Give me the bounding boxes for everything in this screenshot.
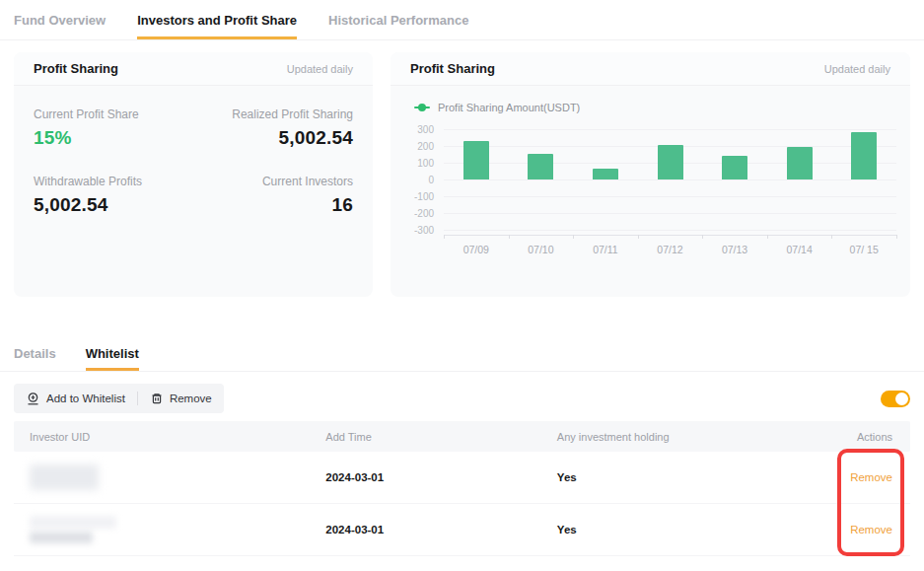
toolbar-divider	[137, 392, 138, 405]
remove-button-label: Remove	[170, 393, 212, 404]
bar-07-14	[787, 147, 813, 179]
investor-uid-cell	[14, 516, 325, 543]
x-axis-tick-label: 07/11	[593, 244, 618, 255]
bar-07-09	[463, 141, 489, 179]
stats-card-header: Profit Sharing Updated daily	[14, 52, 373, 86]
y-axis-tick-label: 100	[417, 158, 434, 169]
remove-button[interactable]: Remove	[150, 392, 212, 405]
x-axis-tick-label: 07/14	[787, 244, 813, 255]
x-axis-line	[444, 235, 896, 236]
stat-label: Current Investors	[193, 175, 353, 188]
stat-value: 16	[193, 194, 353, 216]
tab-investors-profit-share[interactable]: Investors and Profit Share	[137, 0, 297, 39]
x-axis-tick	[702, 235, 703, 239]
bar-chart: 3002001000-100-200-300 07/0907/1007/1107…	[404, 129, 900, 267]
stat-label: Current Profit Share	[34, 107, 193, 121]
whitelist-table: Investor UID Add Time Any investment hol…	[14, 421, 910, 556]
add-time-cell: 2024-03-01	[325, 524, 557, 535]
y-axis-tick-label: 0	[428, 175, 434, 185]
holding-cell: Yes	[557, 471, 803, 483]
investor-uid-cell	[14, 464, 325, 490]
y-axis-tick-label: 300	[417, 124, 434, 135]
chart-card-header: Profit Sharing Updated daily	[391, 52, 910, 86]
header-add-time: Add Time	[325, 431, 557, 443]
stats-card-updated-label: Updated daily	[287, 63, 353, 75]
stat-current-investors: Current Investors 16	[193, 175, 353, 216]
whitelist-toggle[interactable]	[881, 391, 910, 407]
row-remove-link[interactable]: Remove	[850, 471, 892, 483]
legend-series-marker-icon	[414, 104, 430, 111]
x-axis-tick	[509, 235, 510, 239]
add-to-whitelist-label: Add to Whitelist	[46, 393, 125, 404]
x-axis-tick	[444, 235, 445, 239]
stat-realized-profit-sharing: Realized Profit Sharing 5,002.54	[193, 107, 353, 149]
gridline	[444, 230, 896, 231]
whitelist-toolbar: Add to Whitelist Remove	[14, 384, 910, 413]
table-header-row: Investor UID Add Time Any investment hol…	[14, 421, 910, 452]
table-row: 2024-03-01 Yes Remove	[14, 452, 910, 504]
masked-investor-uid	[30, 532, 93, 543]
bottom-tab-bar: Details Whitelist	[0, 336, 924, 372]
y-axis-tick-label: 200	[417, 141, 434, 152]
gridline	[444, 213, 896, 214]
profit-sharing-stats-card: Profit Sharing Updated daily Current Pro…	[14, 52, 373, 297]
add-to-whitelist-button[interactable]: Add to Whitelist	[26, 392, 125, 406]
row-remove-link[interactable]: Remove	[850, 524, 892, 535]
x-axis-tick-label: 07/ 15	[850, 244, 879, 255]
bar-07--15	[851, 132, 877, 179]
stat-withdrawable-profits: Withdrawable Profits 5,002.54	[34, 175, 193, 216]
bar-07-11	[593, 169, 618, 179]
y-axis-tick-label: -100	[414, 191, 434, 202]
stat-label: Withdrawable Profits	[34, 175, 193, 188]
bar-07-13	[722, 156, 747, 179]
trash-icon	[150, 392, 164, 405]
stats-card-title: Profit Sharing	[34, 61, 118, 76]
stat-label: Realized Profit Sharing	[193, 107, 353, 121]
x-axis-tick-label: 07/09	[463, 244, 489, 255]
stat-value: 5,002.54	[34, 194, 193, 216]
table-row: 2024-03-01 Yes Remove	[14, 504, 910, 556]
chart-ylabels: 3002001000-100-200-300	[404, 129, 434, 236]
tab-details[interactable]: Details	[14, 336, 56, 371]
top-tab-bar: Fund Overview Investors and Profit Share…	[0, 0, 924, 40]
x-axis-tick	[831, 235, 832, 239]
profit-sharing-chart-card: Profit Sharing Updated daily Profit Shar…	[391, 52, 910, 297]
masked-investor-uid	[30, 516, 116, 529]
toggle-knob	[895, 393, 908, 405]
x-axis-tick	[896, 235, 897, 239]
gridline	[444, 196, 896, 197]
legend-label: Profit Sharing Amount(USDT)	[438, 102, 580, 113]
y-axis-tick-label: -200	[414, 208, 434, 219]
toolbar-button-group: Add to Whitelist Remove	[14, 384, 224, 413]
stat-value: 15%	[34, 127, 193, 149]
x-axis-tick-label: 07/12	[657, 244, 682, 255]
x-axis-tick-label: 07/13	[722, 244, 747, 255]
x-axis-tick-label: 07/10	[528, 244, 553, 255]
header-any-investment-holding: Any investment holding	[557, 431, 803, 443]
add-to-whitelist-icon	[26, 392, 40, 406]
gridline	[444, 179, 896, 180]
chart-legend-item[interactable]: Profit Sharing Amount(USDT)	[414, 102, 910, 113]
chart-card-updated-label: Updated daily	[824, 63, 890, 75]
add-time-cell: 2024-03-01	[325, 471, 557, 483]
stat-current-profit-share: Current Profit Share 15%	[34, 107, 193, 149]
x-axis-tick	[573, 235, 574, 239]
tab-whitelist[interactable]: Whitelist	[86, 336, 139, 371]
bar-07-10	[528, 154, 553, 179]
bar-07-12	[658, 145, 683, 179]
x-axis-tick	[767, 235, 768, 239]
header-investor-uid: Investor UID	[14, 431, 325, 443]
chart-plot: 07/0907/1007/1107/1207/1307/1407/ 15	[444, 129, 896, 267]
stats-grid: Current Profit Share 15% Realized Profit…	[14, 86, 373, 216]
cards-row: Profit Sharing Updated daily Current Pro…	[14, 52, 910, 297]
x-axis-tick	[638, 235, 639, 239]
gridline	[444, 129, 896, 130]
holding-cell: Yes	[557, 524, 803, 535]
tab-historical-performance[interactable]: Historical Performance	[328, 0, 468, 39]
masked-investor-uid	[30, 464, 99, 490]
tab-fund-overview[interactable]: Fund Overview	[14, 0, 106, 39]
stat-value: 5,002.54	[193, 127, 353, 149]
chart-card-title: Profit Sharing	[410, 61, 495, 76]
header-actions: Actions	[803, 431, 910, 443]
y-axis-tick-label: -300	[414, 225, 434, 236]
